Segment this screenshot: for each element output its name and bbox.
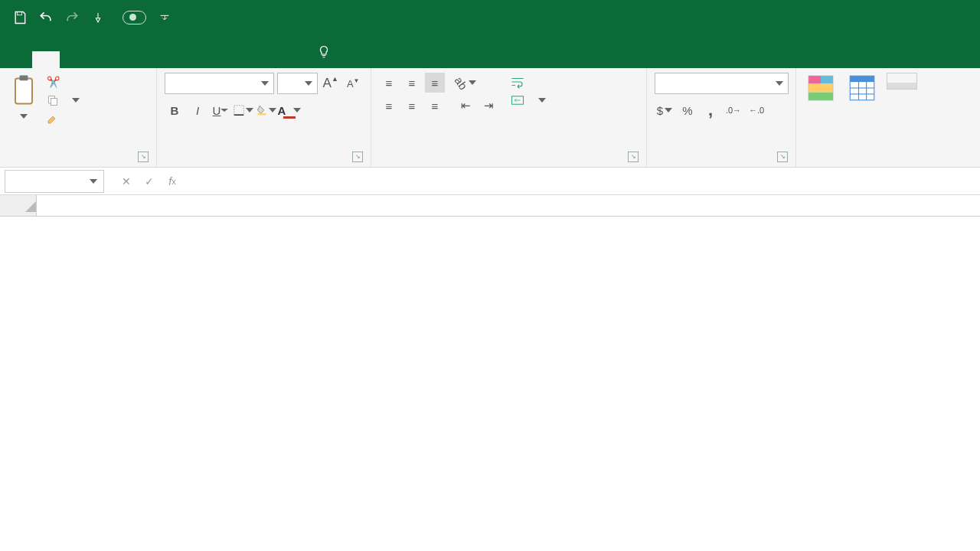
lightbulb-icon bbox=[317, 45, 331, 59]
svg-rect-2 bbox=[20, 75, 28, 80]
format-as-table-button[interactable] bbox=[845, 73, 879, 106]
group-alignment: ≡ ≡ ≡ ≡ ≡ ≡ ab ⇤ ⇥ bbox=[371, 68, 647, 167]
svg-rect-12 bbox=[808, 83, 833, 92]
svg-rect-13 bbox=[808, 93, 833, 100]
align-left-icon[interactable]: ≡ bbox=[379, 96, 399, 116]
svg-rect-7 bbox=[257, 113, 266, 115]
number-dialog-launcher[interactable]: ↘ bbox=[777, 152, 788, 162]
tab-file[interactable] bbox=[5, 51, 32, 68]
tab-formulas[interactable] bbox=[115, 51, 142, 68]
autosave-control[interactable] bbox=[116, 11, 146, 24]
font-dialog-launcher[interactable]: ↘ bbox=[352, 152, 363, 162]
tab-insert[interactable] bbox=[60, 51, 87, 68]
italic-button[interactable]: I bbox=[188, 100, 207, 120]
formula-input[interactable] bbox=[184, 170, 980, 193]
conditional-formatting-icon bbox=[807, 74, 835, 102]
tab-developer[interactable] bbox=[225, 51, 253, 68]
svg-rect-15 bbox=[850, 76, 874, 82]
cell-style-normal[interactable] bbox=[887, 73, 916, 80]
enter-formula-icon[interactable]: ✓ bbox=[138, 170, 161, 193]
tab-review[interactable] bbox=[170, 51, 198, 68]
tab-home[interactable] bbox=[32, 51, 60, 68]
border-button[interactable] bbox=[234, 100, 253, 120]
quick-access-toolbar bbox=[12, 10, 106, 25]
underline-button[interactable]: U bbox=[211, 100, 230, 120]
tab-power-pivot[interactable] bbox=[280, 51, 308, 68]
tab-data[interactable] bbox=[142, 51, 170, 68]
copy-button[interactable] bbox=[44, 93, 81, 108]
clipboard-icon bbox=[11, 74, 37, 108]
increase-font-icon[interactable]: A▲ bbox=[321, 73, 341, 93]
paintbrush-icon bbox=[46, 112, 60, 126]
group-number: $ % , .0→ ←.0 ↘ bbox=[647, 68, 796, 167]
bold-button[interactable]: B bbox=[165, 100, 185, 120]
title-bar bbox=[0, 0, 980, 34]
wrap-text-button[interactable] bbox=[509, 74, 547, 90]
fill-color-button[interactable] bbox=[256, 100, 276, 120]
svg-rect-5 bbox=[234, 106, 243, 115]
copy-icon bbox=[46, 93, 60, 107]
svg-rect-10 bbox=[808, 76, 821, 83]
align-middle-icon[interactable]: ≡ bbox=[402, 73, 422, 93]
tab-view[interactable] bbox=[198, 51, 225, 68]
orientation-icon[interactable]: ab bbox=[456, 73, 475, 93]
increase-decimal-icon[interactable]: .0→ bbox=[724, 100, 743, 120]
align-right-icon[interactable]: ≡ bbox=[425, 96, 445, 116]
group-clipboard: ✂️ ↘ bbox=[0, 68, 157, 167]
fx-icon[interactable]: fx bbox=[161, 170, 184, 193]
svg-rect-11 bbox=[821, 76, 833, 83]
pin-icon[interactable] bbox=[90, 10, 106, 25]
qat-customize-icon[interactable] bbox=[157, 10, 172, 25]
group-styles bbox=[796, 68, 980, 167]
svg-rect-1 bbox=[15, 79, 32, 104]
alignment-dialog-launcher[interactable]: ↘ bbox=[628, 152, 639, 162]
conditional-formatting-button[interactable] bbox=[804, 73, 838, 106]
name-box[interactable] bbox=[5, 170, 104, 193]
merge-center-button[interactable] bbox=[509, 93, 547, 108]
table-icon bbox=[848, 74, 876, 102]
align-center-icon[interactable]: ≡ bbox=[402, 96, 422, 116]
comma-format-icon[interactable]: , bbox=[701, 100, 720, 120]
percent-format-icon[interactable]: % bbox=[678, 100, 697, 120]
align-bottom-icon[interactable]: ≡ bbox=[425, 73, 445, 93]
save-icon[interactable] bbox=[12, 10, 28, 25]
cut-button[interactable]: ✂️ bbox=[44, 74, 81, 90]
number-format-select[interactable] bbox=[655, 73, 789, 94]
worksheet-grid[interactable] bbox=[0, 195, 980, 217]
decrease-font-icon[interactable]: A▼ bbox=[343, 73, 363, 93]
scissors-icon: ✂️ bbox=[46, 75, 60, 89]
accounting-format-icon[interactable]: $ bbox=[655, 100, 675, 120]
decrease-indent-icon[interactable]: ⇤ bbox=[456, 96, 475, 116]
merge-icon bbox=[511, 93, 524, 107]
ribbon-tabbar bbox=[0, 34, 980, 68]
tab-help[interactable] bbox=[253, 51, 280, 68]
wrap-text-icon bbox=[511, 75, 524, 89]
tell-me-search[interactable] bbox=[308, 37, 351, 68]
group-font: A▲ A▼ B I U A ↘ bbox=[157, 68, 371, 167]
cell-style-check[interactable] bbox=[887, 83, 916, 89]
align-top-icon[interactable]: ≡ bbox=[379, 73, 399, 93]
font-family-select[interactable] bbox=[165, 73, 274, 94]
font-color-button[interactable]: A bbox=[279, 100, 299, 120]
undo-icon[interactable] bbox=[38, 10, 54, 25]
tab-page-layout[interactable] bbox=[87, 51, 115, 68]
ribbon: ✂️ ↘ bbox=[0, 68, 980, 168]
autosave-toggle[interactable] bbox=[122, 11, 146, 24]
clipboard-dialog-launcher[interactable]: ↘ bbox=[138, 152, 149, 162]
formula-bar: ✕ ✓ fx bbox=[0, 168, 980, 195]
font-size-select[interactable] bbox=[277, 73, 318, 94]
decrease-decimal-icon[interactable]: ←.0 bbox=[746, 100, 766, 120]
svg-rect-4 bbox=[51, 98, 57, 105]
redo-icon[interactable] bbox=[64, 10, 80, 25]
paste-button[interactable] bbox=[8, 73, 40, 120]
increase-indent-icon[interactable]: ⇥ bbox=[479, 96, 498, 116]
format-painter-button[interactable] bbox=[44, 111, 81, 126]
select-all-corner[interactable] bbox=[0, 195, 37, 216]
cancel-formula-icon[interactable]: ✕ bbox=[115, 170, 138, 193]
